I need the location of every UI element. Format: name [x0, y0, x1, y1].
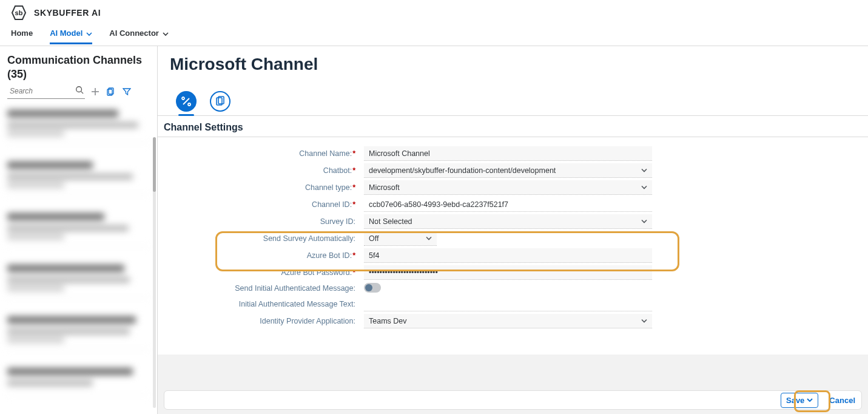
label-channel-name: Channel Name:	[176, 147, 358, 160]
search-input[interactable]	[8, 86, 75, 96]
add-icon[interactable]	[90, 86, 101, 97]
tab-settings[interactable]	[176, 91, 197, 112]
label-idp-app: Identity Provider Application:	[176, 314, 358, 328]
section-title: Channel Settings	[158, 116, 868, 137]
page-body: Communication Channels (35)	[0, 46, 868, 414]
label-channel-id: Channel ID:	[176, 198, 358, 211]
app-logo: sb	[11, 5, 27, 21]
sidebar-toolbar	[7, 84, 150, 99]
initial-auth-text-input[interactable]	[364, 297, 652, 311]
chevron-down-icon	[163, 30, 169, 36]
nav-bar: Home AI Model AI Connector	[0, 22, 868, 46]
channel-name-input[interactable]	[364, 146, 652, 161]
app-title: SKYBUFFER AI	[34, 8, 101, 18]
survey-id-select[interactable]	[364, 214, 652, 229]
save-button-label: Save	[786, 396, 804, 405]
sidebar-scrollbar[interactable]	[153, 137, 156, 408]
list-item	[7, 316, 150, 350]
list-item	[7, 213, 150, 246]
page-footer: Save Cancel	[158, 389, 868, 414]
sidebar-title: Communication Channels (35)	[7, 53, 150, 81]
chevron-down-icon	[807, 397, 813, 403]
label-chatbot: Chatbot:	[176, 164, 358, 177]
label-send-survey: Send Survey Automatically:	[176, 232, 358, 245]
label-survey-id: Survey ID:	[176, 215, 358, 228]
nav-home-label: Home	[11, 29, 33, 38]
channel-id-input[interactable]	[364, 197, 652, 212]
footer-backdrop	[158, 355, 868, 389]
sidebar: Communication Channels (35)	[0, 46, 158, 414]
send-initial-auth-toggle[interactable]	[364, 283, 381, 293]
label-channel-type: Channel type:	[176, 181, 358, 194]
search-box[interactable]	[7, 84, 85, 99]
save-button[interactable]: Save	[781, 393, 818, 408]
label-azure-bot-id: Azure Bot ID:	[176, 249, 358, 262]
scrollbar-thumb[interactable]	[153, 137, 156, 192]
main: Microsoft Channel Channel Settings Chann…	[158, 46, 868, 414]
svg-point-1	[76, 87, 82, 92]
settings-form: Channel Name: Chatbot: Channel type: Cha…	[176, 146, 856, 329]
cancel-button-label: Cancel	[829, 396, 855, 405]
chevron-down-icon	[86, 30, 92, 36]
azure-bot-id-input[interactable]	[364, 248, 652, 263]
nav-ai-model[interactable]: AI Model	[50, 29, 92, 44]
page-title: Microsoft Channel	[158, 46, 868, 91]
sidebar-list-blurred	[7, 110, 150, 395]
list-item	[7, 265, 150, 298]
send-survey-select[interactable]	[364, 231, 437, 246]
list-item	[7, 110, 150, 143]
tab-secondary[interactable]	[210, 91, 230, 112]
shell-header: sb SKYBUFFER AI	[0, 0, 868, 22]
copy-icon[interactable]	[106, 86, 116, 97]
list-item	[7, 161, 150, 195]
icon-tabs	[158, 91, 868, 116]
nav-ai-connector-label: AI Connector	[109, 29, 159, 38]
search-icon	[75, 86, 84, 96]
channel-type-select[interactable]	[364, 180, 652, 195]
chatbot-select[interactable]	[364, 163, 652, 178]
nav-ai-model-label: AI Model	[50, 29, 82, 38]
label-initial-auth-text: Initial Authenticated Message Text:	[176, 297, 358, 311]
cancel-button[interactable]: Cancel	[827, 393, 858, 407]
label-azure-bot-password: Azure Bot Password:	[176, 266, 358, 279]
svg-line-2	[81, 92, 84, 94]
label-send-initial-auth: Send Initial Authenticated Message:	[176, 282, 358, 295]
idp-app-select[interactable]	[364, 314, 652, 328]
azure-bot-password-input[interactable]	[364, 265, 652, 280]
nav-home[interactable]: Home	[11, 29, 33, 44]
footer-bar: Save Cancel	[164, 390, 862, 410]
nav-ai-connector[interactable]: AI Connector	[109, 29, 169, 44]
list-item	[7, 368, 150, 395]
filter-icon[interactable]	[121, 86, 132, 97]
app-logo-text: sb	[15, 9, 23, 16]
